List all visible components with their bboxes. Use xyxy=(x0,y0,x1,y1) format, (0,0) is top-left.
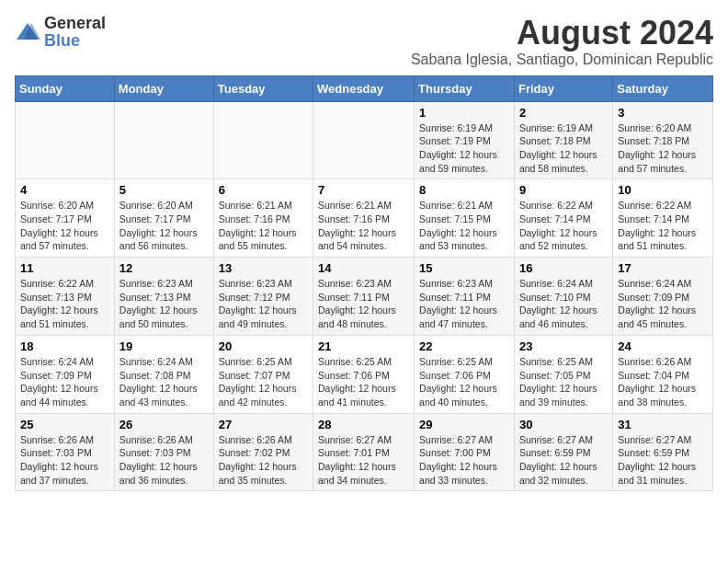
day-info: Sunrise: 6:23 AM Sunset: 7:12 PM Dayligh… xyxy=(219,277,308,331)
day-info: Sunrise: 6:27 AM Sunset: 7:00 PM Dayligh… xyxy=(419,433,509,488)
day-number: 19 xyxy=(119,339,209,353)
day-info: Sunrise: 6:24 AM Sunset: 7:09 PM Dayligh… xyxy=(618,277,708,331)
calendar-cell: 29Sunrise: 6:27 AM Sunset: 7:00 PM Dayli… xyxy=(415,413,515,491)
day-number: 14 xyxy=(318,261,409,275)
calendar-cell: 12Sunrise: 6:23 AM Sunset: 7:13 PM Dayli… xyxy=(114,258,213,336)
calendar-cell: 13Sunrise: 6:23 AM Sunset: 7:12 PM Dayli… xyxy=(213,258,313,336)
day-number: 23 xyxy=(519,339,608,353)
day-info: Sunrise: 6:27 AM Sunset: 6:59 PM Dayligh… xyxy=(519,433,608,488)
day-info: Sunrise: 6:23 AM Sunset: 7:13 PM Dayligh… xyxy=(119,277,209,331)
day-number: 20 xyxy=(219,339,308,353)
day-info: Sunrise: 6:22 AM Sunset: 7:13 PM Dayligh… xyxy=(20,277,109,331)
calendar-cell: 16Sunrise: 6:24 AM Sunset: 7:10 PM Dayli… xyxy=(514,258,612,336)
day-number: 22 xyxy=(419,339,509,353)
calendar-cell: 11Sunrise: 6:22 AM Sunset: 7:13 PM Dayli… xyxy=(16,258,115,336)
logo-icon xyxy=(15,19,40,45)
calendar-day-header: Wednesday xyxy=(313,75,415,101)
day-info: Sunrise: 6:24 AM Sunset: 7:10 PM Dayligh… xyxy=(519,277,608,331)
day-info: Sunrise: 6:19 AM Sunset: 7:18 PM Dayligh… xyxy=(519,121,608,176)
day-number: 1 xyxy=(419,106,509,120)
day-number: 15 xyxy=(419,261,509,275)
calendar-cell: 2Sunrise: 6:19 AM Sunset: 7:18 PM Daylig… xyxy=(514,101,612,179)
day-number: 27 xyxy=(219,418,308,431)
day-info: Sunrise: 6:21 AM Sunset: 7:15 PM Dayligh… xyxy=(419,199,509,253)
day-info: Sunrise: 6:25 AM Sunset: 7:06 PM Dayligh… xyxy=(318,355,409,409)
day-number: 28 xyxy=(318,418,409,431)
calendar-cell: 3Sunrise: 6:20 AM Sunset: 7:18 PM Daylig… xyxy=(613,101,713,179)
calendar-cell xyxy=(16,101,115,179)
calendar-header-row: SundayMondayTuesdayWednesdayThursdayFrid… xyxy=(16,75,713,101)
calendar-cell: 21Sunrise: 6:25 AM Sunset: 7:06 PM Dayli… xyxy=(313,335,415,413)
day-number: 25 xyxy=(20,418,109,431)
calendar-cell: 7Sunrise: 6:21 AM Sunset: 7:16 PM Daylig… xyxy=(313,179,415,258)
location-subtitle: Sabana Iglesia, Santiago, Dominican Repu… xyxy=(411,52,713,68)
day-info: Sunrise: 6:26 AM Sunset: 7:04 PM Dayligh… xyxy=(618,355,708,409)
title-section: August 2024 Sabana Iglesia, Santiago, Do… xyxy=(411,15,713,68)
calendar-cell: 14Sunrise: 6:23 AM Sunset: 7:11 PM Dayli… xyxy=(313,258,415,336)
calendar-cell: 23Sunrise: 6:25 AM Sunset: 7:05 PM Dayli… xyxy=(514,335,612,413)
page-header: General Blue August 2024 Sabana Iglesia,… xyxy=(15,15,713,68)
day-number: 2 xyxy=(519,106,608,120)
calendar-day-header: Saturday xyxy=(613,75,713,101)
calendar-cell: 6Sunrise: 6:21 AM Sunset: 7:16 PM Daylig… xyxy=(213,179,313,258)
calendar-cell: 1Sunrise: 6:19 AM Sunset: 7:19 PM Daylig… xyxy=(415,101,515,179)
day-info: Sunrise: 6:23 AM Sunset: 7:11 PM Dayligh… xyxy=(419,277,509,331)
day-number: 4 xyxy=(20,183,109,197)
day-number: 10 xyxy=(618,183,708,197)
calendar-cell: 5Sunrise: 6:20 AM Sunset: 7:17 PM Daylig… xyxy=(114,179,213,258)
calendar-cell: 17Sunrise: 6:24 AM Sunset: 7:09 PM Dayli… xyxy=(613,258,713,336)
day-number: 11 xyxy=(20,261,109,275)
calendar-day-header: Thursday xyxy=(415,75,515,101)
day-number: 7 xyxy=(318,183,409,197)
calendar-week-row: 25Sunrise: 6:26 AM Sunset: 7:03 PM Dayli… xyxy=(16,413,713,491)
calendar-table: SundayMondayTuesdayWednesdayThursdayFrid… xyxy=(15,75,713,492)
calendar-cell: 8Sunrise: 6:21 AM Sunset: 7:15 PM Daylig… xyxy=(415,179,515,258)
day-info: Sunrise: 6:25 AM Sunset: 7:07 PM Dayligh… xyxy=(219,355,308,409)
day-info: Sunrise: 6:26 AM Sunset: 7:02 PM Dayligh… xyxy=(219,433,308,488)
day-number: 26 xyxy=(119,418,209,431)
calendar-week-row: 11Sunrise: 6:22 AM Sunset: 7:13 PM Dayli… xyxy=(16,258,713,336)
calendar-day-header: Tuesday xyxy=(213,75,313,101)
day-number: 29 xyxy=(419,418,509,431)
logo-text-general: General xyxy=(44,14,106,32)
day-info: Sunrise: 6:20 AM Sunset: 7:17 PM Dayligh… xyxy=(119,199,209,253)
day-number: 17 xyxy=(618,261,708,275)
day-number: 12 xyxy=(119,261,209,275)
calendar-cell: 18Sunrise: 6:24 AM Sunset: 7:09 PM Dayli… xyxy=(16,335,115,413)
day-number: 6 xyxy=(219,183,308,197)
calendar-cell: 30Sunrise: 6:27 AM Sunset: 6:59 PM Dayli… xyxy=(514,413,612,491)
day-info: Sunrise: 6:24 AM Sunset: 7:09 PM Dayligh… xyxy=(20,355,109,409)
day-info: Sunrise: 6:21 AM Sunset: 7:16 PM Dayligh… xyxy=(219,199,308,253)
day-info: Sunrise: 6:19 AM Sunset: 7:19 PM Dayligh… xyxy=(419,121,509,176)
calendar-cell xyxy=(114,101,213,179)
day-info: Sunrise: 6:20 AM Sunset: 7:17 PM Dayligh… xyxy=(20,199,109,253)
calendar-cell xyxy=(213,101,313,179)
day-number: 30 xyxy=(519,418,608,431)
calendar-day-header: Friday xyxy=(514,75,612,101)
day-info: Sunrise: 6:23 AM Sunset: 7:11 PM Dayligh… xyxy=(318,277,409,331)
day-info: Sunrise: 6:21 AM Sunset: 7:16 PM Dayligh… xyxy=(318,199,409,253)
day-info: Sunrise: 6:22 AM Sunset: 7:14 PM Dayligh… xyxy=(519,199,608,253)
day-info: Sunrise: 6:27 AM Sunset: 6:59 PM Dayligh… xyxy=(618,433,708,488)
calendar-cell: 26Sunrise: 6:26 AM Sunset: 7:03 PM Dayli… xyxy=(114,413,213,491)
calendar-cell: 31Sunrise: 6:27 AM Sunset: 6:59 PM Dayli… xyxy=(613,413,713,491)
month-year-title: August 2024 xyxy=(411,15,713,52)
calendar-week-row: 4Sunrise: 6:20 AM Sunset: 7:17 PM Daylig… xyxy=(16,179,713,258)
day-number: 24 xyxy=(618,339,708,353)
calendar-cell: 19Sunrise: 6:24 AM Sunset: 7:08 PM Dayli… xyxy=(114,335,213,413)
calendar-cell: 22Sunrise: 6:25 AM Sunset: 7:06 PM Dayli… xyxy=(415,335,515,413)
calendar-day-header: Monday xyxy=(114,75,213,101)
day-info: Sunrise: 6:24 AM Sunset: 7:08 PM Dayligh… xyxy=(119,355,209,409)
day-number: 16 xyxy=(519,261,608,275)
day-number: 8 xyxy=(419,183,509,197)
day-number: 13 xyxy=(219,261,308,275)
logo-text-blue: Blue xyxy=(44,31,80,50)
calendar-day-header: Sunday xyxy=(16,75,115,101)
day-info: Sunrise: 6:25 AM Sunset: 7:06 PM Dayligh… xyxy=(419,355,509,409)
calendar-cell: 9Sunrise: 6:22 AM Sunset: 7:14 PM Daylig… xyxy=(514,179,612,258)
day-info: Sunrise: 6:27 AM Sunset: 7:01 PM Dayligh… xyxy=(318,433,409,488)
calendar-cell: 24Sunrise: 6:26 AM Sunset: 7:04 PM Dayli… xyxy=(613,335,713,413)
calendar-week-row: 1Sunrise: 6:19 AM Sunset: 7:19 PM Daylig… xyxy=(16,101,713,179)
day-info: Sunrise: 6:22 AM Sunset: 7:14 PM Dayligh… xyxy=(618,199,708,253)
calendar-cell: 10Sunrise: 6:22 AM Sunset: 7:14 PM Dayli… xyxy=(613,179,713,258)
